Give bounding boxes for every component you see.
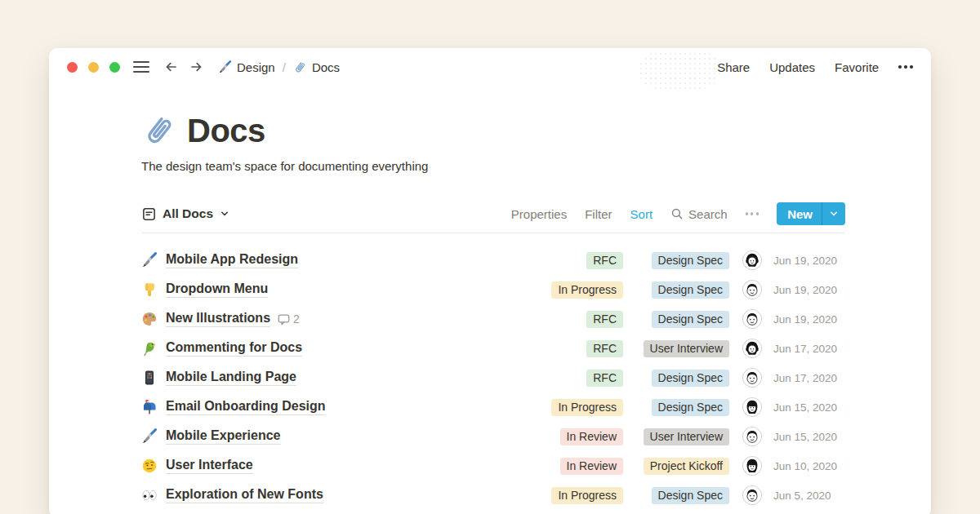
type-tag[interactable]: Design Spec xyxy=(652,370,729,387)
mobile-phone-icon xyxy=(141,370,158,386)
status-tag[interactable]: In Progress xyxy=(551,487,623,504)
date-cell[interactable]: Jun 17, 2020 xyxy=(773,372,845,384)
status-tag[interactable]: RFC xyxy=(586,370,623,387)
share-button[interactable]: Share xyxy=(717,60,750,74)
close-window-button[interactable] xyxy=(67,62,78,73)
table-row[interactable]: Mobile App Redesign RFC Design Spec Jun … xyxy=(141,246,845,275)
doc-title-link[interactable]: Dropdown Menu xyxy=(166,281,268,298)
date-cell[interactable]: Jun 19, 2020 xyxy=(773,313,845,326)
point-down-icon xyxy=(141,281,158,298)
table-row[interactable]: Commenting for Docs RFC User Interview J… xyxy=(141,334,845,363)
new-button-label[interactable]: New xyxy=(777,202,822,225)
favorite-button[interactable]: Favorite xyxy=(835,60,879,74)
table-row[interactable]: Email Onboarding Design In Progress Desi… xyxy=(141,392,845,422)
new-button[interactable]: New xyxy=(777,202,845,225)
type-tag[interactable]: Design Spec xyxy=(652,281,729,299)
parrot-icon xyxy=(141,340,158,357)
paintbrush-icon xyxy=(218,60,232,74)
app-window: Design / Docs Share Updates Favorite Doc… xyxy=(49,48,931,514)
status-tag[interactable]: In Progress xyxy=(551,281,623,299)
type-tag[interactable]: User Interview xyxy=(644,340,729,357)
type-tag[interactable]: Project Kickoff xyxy=(644,458,729,475)
eyes-icon xyxy=(141,487,158,503)
zoom-window-button[interactable] xyxy=(109,62,120,73)
mailbox-icon xyxy=(141,399,158,415)
sidebar-menu-icon[interactable] xyxy=(133,61,149,73)
comment-count[interactable]: 2 xyxy=(278,312,300,326)
window-topbar: Design / Docs Share Updates Favorite xyxy=(49,48,931,86)
breadcrumb-label: Design xyxy=(237,60,275,74)
doc-title-link[interactable]: User Interface xyxy=(166,458,253,474)
filter-button[interactable]: Filter xyxy=(585,207,612,221)
date-cell[interactable]: Jun 17, 2020 xyxy=(773,343,845,355)
date-cell[interactable]: Jun 19, 2020 xyxy=(773,255,845,267)
search-label: Search xyxy=(688,207,728,221)
table-row[interactable]: Exploration of New Fonts In Progress Des… xyxy=(141,481,845,510)
status-tag[interactable]: In Progress xyxy=(551,399,623,416)
type-tag[interactable]: Design Spec xyxy=(652,311,729,328)
date-cell[interactable]: Jun 19, 2020 xyxy=(773,284,845,296)
table-row[interactable]: Mobile Experience In Review User Intervi… xyxy=(141,422,845,451)
date-cell[interactable]: Jun 15, 2020 xyxy=(773,431,845,443)
status-tag[interactable]: RFC xyxy=(586,340,623,357)
type-tag[interactable]: Design Spec xyxy=(652,252,729,269)
updates-button[interactable]: Updates xyxy=(769,60,815,74)
chevron-down-icon xyxy=(220,209,229,219)
doc-title-link[interactable]: Exploration of New Fonts xyxy=(166,487,323,503)
doc-title-link[interactable]: New Illustrations xyxy=(166,311,270,327)
breadcrumb-design[interactable]: Design xyxy=(218,60,275,74)
chevron-down-icon xyxy=(829,209,839,219)
table-row[interactable]: Mobile Landing Page RFC Design Spec Jun … xyxy=(141,363,845,392)
table-row[interactable]: New Illustrations 2 RFC Design Spec Jun … xyxy=(141,304,845,334)
status-tag[interactable]: In Review xyxy=(560,428,623,445)
table-row[interactable]: Dropdown Menu In Progress Design Spec Ju… xyxy=(141,275,845,304)
breadcrumb-separator: / xyxy=(281,60,287,74)
back-arrow-icon[interactable] xyxy=(163,59,179,75)
traffic-lights xyxy=(67,62,120,73)
new-dropdown-button[interactable] xyxy=(822,202,845,225)
more-options-icon[interactable] xyxy=(898,65,913,69)
table-row[interactable]: User Interface In Review Project Kickoff… xyxy=(141,451,845,481)
toolbar-more-icon[interactable] xyxy=(746,212,760,215)
doc-title-link[interactable]: Mobile App Redesign xyxy=(166,252,298,268)
status-tag[interactable]: RFC xyxy=(586,252,623,269)
date-cell[interactable]: Jun 15, 2020 xyxy=(773,401,845,414)
type-tag[interactable]: Design Spec xyxy=(652,487,729,504)
avatar-man xyxy=(742,368,762,388)
breadcrumb-docs[interactable]: Docs xyxy=(293,60,340,74)
page-subtitle[interactable]: The design team's space for documenting … xyxy=(141,159,845,173)
status-tag[interactable]: In Review xyxy=(560,458,623,475)
view-selector-label: All Docs xyxy=(163,206,213,221)
status-tag[interactable]: RFC xyxy=(586,311,623,328)
doc-title-link[interactable]: Mobile Experience xyxy=(166,428,281,445)
forward-arrow-icon[interactable] xyxy=(189,59,205,75)
palette-icon xyxy=(141,311,158,327)
date-cell[interactable]: Jun 5, 2020 xyxy=(773,490,845,502)
doc-title-link[interactable]: Commenting for Docs xyxy=(166,340,302,357)
paperclip-icon xyxy=(141,113,177,148)
sort-button[interactable]: Sort xyxy=(630,207,653,221)
doc-title-link[interactable]: Email Onboarding Design xyxy=(166,399,326,415)
date-cell[interactable]: Jun 10, 2020 xyxy=(773,460,845,472)
breadcrumb: Design / Docs xyxy=(218,60,340,74)
search-button[interactable]: Search xyxy=(670,207,728,221)
page-title[interactable]: Docs xyxy=(187,112,265,149)
avatar-man xyxy=(742,485,762,505)
avatar-woman xyxy=(742,397,762,417)
avatar-woman xyxy=(742,456,762,476)
paintbrush-icon xyxy=(141,252,158,268)
avatar-woman-headphones xyxy=(742,250,762,270)
properties-button[interactable]: Properties xyxy=(511,207,567,221)
view-selector[interactable]: All Docs xyxy=(141,206,229,222)
minimize-window-button[interactable] xyxy=(88,62,99,73)
doc-title-link[interactable]: Mobile Landing Page xyxy=(166,370,296,386)
list-view-icon xyxy=(141,206,157,222)
avatar-man xyxy=(742,309,762,329)
paperclip-icon xyxy=(293,60,307,74)
avatar-man xyxy=(742,280,762,299)
type-tag[interactable]: Design Spec xyxy=(652,399,729,416)
type-tag[interactable]: User Interview xyxy=(644,428,729,445)
docs-table: Mobile App Redesign RFC Design Spec Jun … xyxy=(141,246,845,510)
search-icon xyxy=(670,207,684,220)
avatar-woman-headphones xyxy=(742,339,762,358)
